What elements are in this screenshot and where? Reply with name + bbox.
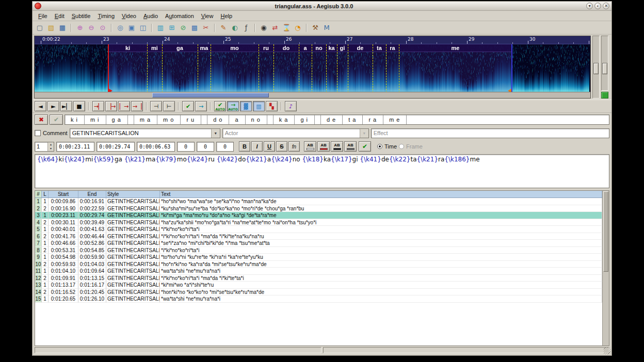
previous-line-button[interactable]: ◄ xyxy=(35,101,46,111)
grid-column-header[interactable]: Start xyxy=(49,191,78,198)
time-radio[interactable] xyxy=(377,144,382,149)
split-syllable[interactable]: ki xyxy=(65,115,85,124)
syllable-label[interactable]: de xyxy=(348,45,373,52)
spin-down-icon[interactable]: ▾ xyxy=(48,146,54,151)
subtitle-row[interactable]: 1110:01:04.100:01:09.64GETINTHECARITSALI… xyxy=(35,268,602,275)
selection-end-marker[interactable] xyxy=(511,44,512,93)
menu-view[interactable]: View xyxy=(198,12,217,20)
volume-slider-thumb[interactable] xyxy=(602,63,607,74)
subtitle-row[interactable]: 110:00:09.860:00:16.91GETINTHECARITSALIO… xyxy=(35,198,602,205)
properties-button[interactable]: ▣ xyxy=(126,23,137,33)
syllable-boundary[interactable] xyxy=(399,44,399,93)
syllable-boundary[interactable] xyxy=(373,44,373,93)
new-file-button[interactable]: ▢ xyxy=(35,23,45,33)
grid-column-header[interactable]: # xyxy=(35,191,42,198)
bold-button[interactable]: B xyxy=(239,141,250,152)
shift-times-button[interactable]: ⇄ xyxy=(270,23,280,33)
save-file-button[interactable]: ▦ xyxy=(57,23,68,33)
syllable-boundary[interactable] xyxy=(299,44,299,93)
split-syllable[interactable]: no xyxy=(246,115,267,124)
split-syllable[interactable]: gi xyxy=(295,115,315,124)
open-file-button[interactable]: ▧ xyxy=(46,23,56,33)
link-vertical-zoom-toggle[interactable] xyxy=(601,92,608,98)
syllable-label[interactable]: ru xyxy=(259,45,273,52)
audio-horizontal-zoom-slider[interactable] xyxy=(592,36,600,98)
split-syllable[interactable]: de xyxy=(321,115,343,124)
syllable-boundary[interactable] xyxy=(211,44,211,93)
select-lines-button[interactable]: ▩ xyxy=(189,23,200,33)
subtitle-row[interactable]: 910:00:54.980:00:59.90GETINTHECARITSALIO… xyxy=(35,254,602,261)
syllable-boundary[interactable] xyxy=(337,44,337,93)
menu-audio[interactable]: Audio xyxy=(140,12,162,20)
subtitle-row[interactable]: 1420:01:16.520:01:20.45GETINTHECARITSALI… xyxy=(35,289,602,296)
subtitle-row[interactable]: 1510:01:20.650:01:26.10GETINTHECARITSALI… xyxy=(35,295,602,303)
chevron-down-icon[interactable]: ▾ xyxy=(211,129,220,138)
chevron-down-icon[interactable]: ▾ xyxy=(360,129,368,138)
secondary-color-button[interactable]: AB xyxy=(317,141,330,152)
audio-h-scrollbar-thumb[interactable] xyxy=(152,93,269,97)
kanji-timer-button[interactable]: ◔ xyxy=(293,23,303,33)
underline-button[interactable]: U xyxy=(264,141,275,152)
zoom-slider-thumb[interactable] xyxy=(593,63,599,74)
audio-h-scrollbar[interactable] xyxy=(35,92,590,98)
grid-column-header[interactable]: Style xyxy=(106,191,160,198)
subtitle-row[interactable]: 710:00:46.660:00:52.86GETINTHECARITSALIO… xyxy=(35,240,602,247)
split-syllable[interactable]: mi xyxy=(85,115,106,124)
accept-split-button[interactable]: ✔ xyxy=(50,114,63,125)
outline-color-button[interactable]: AB xyxy=(331,141,343,152)
subtitle-row[interactable]: 420:00:30.110:00:39.49GETINTHECARITSALIO… xyxy=(35,219,602,226)
fonts-collector-button[interactable]: ƒ xyxy=(241,23,251,33)
syllable-label[interactable]: mo xyxy=(211,45,259,52)
karaoke-syllable-strip[interactable]: kimigamamorudoanokagidetarame xyxy=(65,114,609,125)
spin-up-icon[interactable]: ▴ xyxy=(48,142,54,147)
resample-resolution-button[interactable]: ⊞ xyxy=(167,23,177,33)
auto-commit-toggle[interactable]: ✔AUTO xyxy=(214,101,226,111)
close-window-button[interactable]: ✕ xyxy=(603,3,609,9)
margin-field-3[interactable]: 0 xyxy=(216,142,234,152)
syllable-boundary[interactable] xyxy=(259,44,259,93)
frame-radio[interactable] xyxy=(399,144,404,149)
maximize-window-button[interactable]: ▪ xyxy=(594,3,601,9)
karaoke-mode-toggle[interactable]: ♪ xyxy=(285,101,297,111)
grid-scrollbar[interactable] xyxy=(602,191,609,345)
margin-field-1[interactable]: 0 xyxy=(177,142,195,152)
zoom-out-button[interactable]: ⊖ xyxy=(86,23,96,33)
syllable-label[interactable]: ki xyxy=(108,45,147,52)
split-syllable[interactable]: ra xyxy=(363,115,383,124)
subtitle-row[interactable]: 510:00:40.010:00:41.63GETINTHECARITSALIO… xyxy=(35,226,602,233)
syllable-boundary[interactable] xyxy=(326,44,327,93)
syllable-label[interactable]: ga xyxy=(162,45,198,52)
margin-field-2[interactable]: 0 xyxy=(197,142,214,152)
split-syllable[interactable]: me xyxy=(383,115,407,124)
syllable-label[interactable]: gi xyxy=(337,45,348,52)
selection-start-marker[interactable] xyxy=(108,44,109,93)
automation-manager-button[interactable]: ⚒ xyxy=(310,23,320,33)
subtitle-row[interactable]: 220:00:16.900:00:22.59GETINTHECARITSALIO… xyxy=(35,205,602,212)
syllable-label[interactable]: do xyxy=(273,45,299,52)
split-syllable[interactable]: ka xyxy=(273,115,295,124)
start-time-field[interactable]: 0:00:23.11 xyxy=(56,142,94,152)
video-details-button[interactable]: ▥ xyxy=(155,23,166,33)
syllable-label[interactable]: a xyxy=(299,45,312,52)
syllable-label[interactable]: ra xyxy=(386,45,399,52)
grid-column-header[interactable]: End xyxy=(78,191,106,198)
subtitle-row[interactable]: 1020:00:59.930:01:04.03GETINTHECARITSALI… xyxy=(35,261,602,268)
syllable-boundary[interactable] xyxy=(198,44,198,93)
shadow-color-button[interactable]: AB xyxy=(344,141,357,152)
zoom-in-button[interactable]: ⊕ xyxy=(75,23,85,33)
font-face-button[interactable]: fn xyxy=(288,141,300,152)
split-syllable[interactable]: a xyxy=(229,115,245,124)
subtitle-row[interactable]: 1220:01:09.910:01:13.15GETINTHECARITSALI… xyxy=(35,275,602,282)
zoom-100-button[interactable]: ⊙ xyxy=(98,23,108,33)
play-last-500ms-button[interactable]: →▕ xyxy=(131,101,143,111)
add-lead-in-button[interactable]: ⊣ xyxy=(150,101,162,111)
syllable-label[interactable]: no xyxy=(312,45,326,52)
syllable-label[interactable]: me xyxy=(399,45,512,52)
styling-assistant-button[interactable]: ✎ xyxy=(218,23,229,33)
commit-check-button[interactable]: ✔ xyxy=(359,141,371,152)
timing-postprocessor-button[interactable]: ⌛ xyxy=(281,23,292,33)
syllable-label[interactable]: mi xyxy=(147,45,162,52)
effect-field[interactable]: Effect xyxy=(371,128,609,138)
spinner-arrows[interactable]: ▴ ▾ xyxy=(47,142,54,151)
next-line-button[interactable]: ► xyxy=(47,101,59,111)
